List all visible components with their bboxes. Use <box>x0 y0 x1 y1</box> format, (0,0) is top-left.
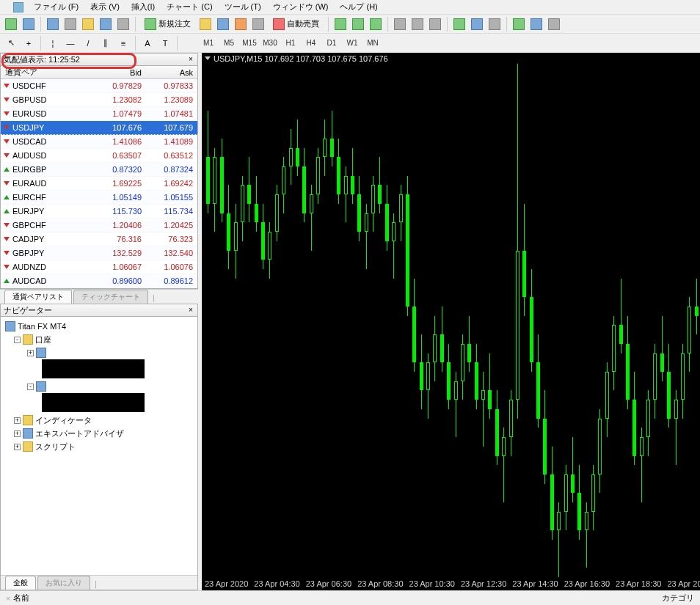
close-icon[interactable]: × <box>186 306 195 315</box>
symbol-row-gbpusd[interactable]: GBPUSD1.230821.23089 <box>1 93 197 107</box>
symbol-row-audcad[interactable]: AUDCAD0.896000.89612 <box>1 274 197 288</box>
label-tool[interactable]: T <box>157 35 173 51</box>
tree-experts[interactable]: +エキスパートアドバイザ <box>5 427 194 440</box>
fibo-tool[interactable]: ≡ <box>115 35 131 51</box>
col-bid[interactable]: Bid <box>95 68 146 77</box>
menu-view[interactable]: 表示 (V) <box>86 0 124 14</box>
symbol-row-eurchf[interactable]: EURCHF1.051491.05155 <box>1 191 197 205</box>
symbol-row-usdchf[interactable]: USDCHF0.978290.97833 <box>1 79 197 93</box>
trendline-tool[interactable]: / <box>80 35 96 51</box>
indicators-button[interactable] <box>469 16 485 32</box>
menu-file[interactable]: ファイル (F) <box>29 0 83 14</box>
tab-general[interactable]: 全般 <box>5 576 36 590</box>
expand-icon[interactable]: + <box>14 417 21 424</box>
vline-tool[interactable]: ¦ <box>45 35 61 51</box>
symbol-row-eurusd[interactable]: EURUSD1.074791.07481 <box>1 107 197 121</box>
candle-chart-button[interactable] <box>350 16 366 32</box>
timeframe-m15[interactable]: M15 <box>240 36 259 51</box>
symbol-row-eurjpy[interactable]: EURJPY115.730115.734 <box>1 205 197 219</box>
tree-account-item[interactable]: - <box>5 380 194 393</box>
zoom-out-button[interactable] <box>409 16 426 32</box>
grid-button[interactable] <box>528 16 544 32</box>
chart-panel[interactable]: USDJPY,M15 107.692 107.703 107.675 107.6… <box>202 53 700 590</box>
signals-button[interactable] <box>233 16 249 32</box>
direction-down-icon <box>4 139 10 144</box>
options-button[interactable] <box>215 16 231 32</box>
symbol-row-gbpchf[interactable]: GBPCHF1.204061.20425 <box>1 219 197 232</box>
timeframe-w1[interactable]: W1 <box>343 36 362 51</box>
periods-button[interactable] <box>486 16 503 32</box>
timeframe-m30[interactable]: M30 <box>260 36 280 51</box>
tree-indicators[interactable]: +インディケータ <box>5 414 194 427</box>
symbol-row-cadjpy[interactable]: CADJPY76.31676.323 <box>1 232 197 246</box>
meta-editor-button[interactable] <box>197 16 214 32</box>
tab-favorites[interactable]: お気に入り <box>37 576 90 590</box>
templates-button[interactable] <box>511 16 527 32</box>
dropdown-icon[interactable] <box>205 56 211 60</box>
history-button[interactable] <box>546 16 562 32</box>
chart-shift-button[interactable] <box>451 16 467 32</box>
menu-help[interactable]: ヘルプ (H) <box>335 0 382 14</box>
menu-insert[interactable]: 挿入(I) <box>127 0 159 14</box>
tree-root[interactable]: Titan FX MT4 <box>5 320 194 333</box>
timeframe-m1[interactable]: M1 <box>199 36 218 51</box>
data-window-button[interactable] <box>62 16 79 32</box>
expand-icon[interactable]: + <box>27 350 34 356</box>
tree-account-item[interactable]: + <box>5 346 194 359</box>
timeframe-m5[interactable]: M5 <box>219 36 238 51</box>
collapse-icon[interactable]: - <box>27 384 34 390</box>
timeframe-d1[interactable]: D1 <box>322 36 341 51</box>
symbol-row-gbpjpy[interactable]: GBPJPY132.529132.540 <box>1 246 197 260</box>
tab-pair-list[interactable]: 通貨ペアリスト <box>4 290 72 304</box>
profiles-button[interactable] <box>21 16 37 32</box>
timeframe-mn[interactable]: MN <box>363 36 382 51</box>
timeframe-h4[interactable]: H4 <box>302 36 321 51</box>
chart-canvas[interactable] <box>202 64 700 577</box>
close-icon[interactable]: × <box>186 55 195 64</box>
bid-price: 0.87320 <box>95 165 146 174</box>
menu-tools[interactable]: ツール (T) <box>220 0 266 14</box>
cursor-tool[interactable]: ↖ <box>3 35 19 51</box>
symbol-name: AUDNZD <box>12 263 46 271</box>
navigator-button[interactable] <box>80 16 96 32</box>
strategy-tester-button[interactable] <box>115 16 131 32</box>
expand-icon[interactable]: + <box>14 430 21 437</box>
navigator-header[interactable]: ナビゲーター × <box>0 304 198 317</box>
terminal-button[interactable] <box>98 16 114 32</box>
auto-trading-button[interactable]: 自動売買 <box>268 16 324 32</box>
line-chart-button[interactable] <box>368 16 384 32</box>
expand-icon[interactable]: + <box>14 444 21 450</box>
menu-window[interactable]: ウィンドウ (W) <box>269 0 333 14</box>
symbol-row-usdcad[interactable]: USDCAD1.410861.41089 <box>1 135 197 149</box>
bid-price: 1.23082 <box>95 95 146 104</box>
crosshair-tool[interactable]: + <box>21 35 37 51</box>
x-tick: 23 Apr 16:30 <box>561 579 613 588</box>
col-symbol[interactable]: 通貨ペア <box>1 67 95 78</box>
zoom-in-button[interactable] <box>392 16 408 32</box>
menu-chart[interactable]: チャート (C) <box>162 0 216 14</box>
new-order-button[interactable]: 新規注文 <box>139 16 196 32</box>
collapse-icon[interactable]: - <box>14 337 21 343</box>
tab-tick-chart[interactable]: ティックチャート <box>73 290 148 304</box>
symbol-row-euraud[interactable]: EURAUD1.692251.69242 <box>1 177 197 191</box>
symbol-row-eurgbp[interactable]: EURGBP0.873200.87324 <box>1 163 197 177</box>
text-tool[interactable]: A <box>139 35 156 51</box>
navigator-tabs: 全般 お気に入り | <box>1 575 197 590</box>
symbol-name: USDJPY <box>12 123 44 132</box>
auto-scroll-button[interactable] <box>427 16 443 32</box>
market-watch-header[interactable]: 気配値表示: 11:25:52 × <box>0 53 198 66</box>
market-watch-button[interactable] <box>45 16 61 32</box>
market-btn[interactable] <box>250 16 266 32</box>
new-chart-button[interactable] <box>3 16 19 32</box>
tree-scripts[interactable]: +スクリプト <box>5 440 194 453</box>
timeframe-h1[interactable]: H1 <box>281 36 300 51</box>
symbol-row-usdjpy[interactable]: USDJPY107.676107.679 <box>1 121 197 135</box>
channel-tool[interactable]: ∥ <box>98 35 114 51</box>
chart-header[interactable]: USDJPY,M15 107.692 107.703 107.675 107.6… <box>202 53 700 64</box>
col-ask[interactable]: Ask <box>146 68 197 77</box>
bar-chart-button[interactable] <box>332 16 349 32</box>
tree-accounts[interactable]: -口座 <box>5 333 194 346</box>
symbol-row-audusd[interactable]: AUDUSD0.635070.63512 <box>1 149 197 163</box>
hline-tool[interactable]: — <box>62 35 79 51</box>
symbol-row-audnzd[interactable]: AUDNZD1.060671.06076 <box>1 260 197 274</box>
